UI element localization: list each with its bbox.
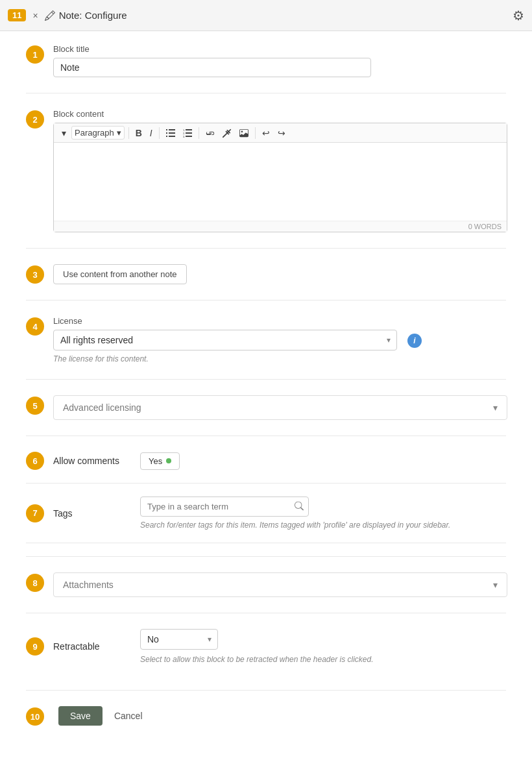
- allow-comments-label: Allow comments: [53, 456, 131, 466]
- bullet-list-button[interactable]: [163, 127, 178, 139]
- tags-search-container: Search for/enter tags for this item. Ite…: [140, 497, 450, 530]
- unlink-button[interactable]: [220, 127, 234, 139]
- license-select-wrapper: All rights reserved CC BY CC BY-SA CC BY…: [53, 330, 397, 350]
- image-button[interactable]: [237, 127, 251, 139]
- advanced-licensing-label: Advanced licensing: [63, 402, 141, 413]
- svg-text:3.: 3.: [183, 135, 185, 138]
- header-left: 11 × Note: Configure: [8, 9, 127, 21]
- section-block-content: 2 Block content ▾ Paragraph ▾ B I: [26, 109, 506, 232]
- section-5-content: Advanced licensing ▾: [53, 395, 507, 420]
- step-badge-5: 5: [26, 397, 44, 415]
- redo-button[interactable]: ↪: [275, 127, 288, 140]
- tags-search-input[interactable]: [140, 497, 309, 517]
- attachments-toggle[interactable]: Attachments ▾: [53, 572, 507, 597]
- divider-5: [26, 436, 506, 436]
- section-license: 4 License All rights reserved CC BY CC B…: [26, 316, 506, 363]
- tags-helper-text: Search for/enter tags for this item. Ite…: [140, 521, 450, 530]
- editor-body[interactable]: [54, 143, 507, 221]
- italic-button[interactable]: I: [147, 127, 155, 140]
- section-1-content: Block title: [53, 44, 506, 77]
- use-content-button[interactable]: Use content from another note: [53, 264, 187, 284]
- step-badge-4: 4: [26, 317, 44, 336]
- section-8-content: Attachments ▾: [53, 572, 507, 597]
- header: 11 × Note: Configure ⚙: [0, 0, 532, 31]
- svg-rect-9: [186, 132, 192, 134]
- toolbar-separator-4: [255, 127, 256, 139]
- editor-word-count: 0 WORDS: [54, 221, 507, 232]
- advanced-licensing-chevron-icon: ▾: [493, 402, 498, 413]
- block-title-input[interactable]: [53, 58, 371, 77]
- toolbar-separator-1: [128, 127, 129, 139]
- section-3-content: Use content from another note: [53, 264, 506, 284]
- retractable-select[interactable]: No Yes: [140, 629, 218, 650]
- section-attachments: 8 Attachments ▾: [26, 572, 506, 597]
- divider-8: [26, 690, 506, 691]
- tab-close-button[interactable]: ×: [31, 10, 39, 21]
- retractable-select-wrapper: No Yes ▾: [140, 629, 218, 650]
- paragraph-select[interactable]: Paragraph ▾: [71, 126, 125, 140]
- editor-wrapper: ▾ Paragraph ▾ B I 1.2.3.: [53, 123, 507, 232]
- svg-rect-0: [166, 129, 167, 130]
- block-content-label: Block content: [53, 109, 507, 119]
- section-use-content: 3 Use content from another note: [26, 264, 506, 284]
- step-badge-1: 1: [26, 45, 44, 64]
- section-allow-comments: 6 Allow comments Yes: [26, 452, 506, 484]
- header-right: ⚙: [513, 8, 524, 23]
- cancel-button[interactable]: Cancel: [108, 706, 149, 726]
- toolbar-chevron-button[interactable]: ▾: [59, 127, 69, 140]
- tab-badge: 11: [8, 9, 26, 21]
- tags-search-icon[interactable]: [295, 501, 304, 512]
- editor-toolbar: ▾ Paragraph ▾ B I 1.2.3.: [54, 123, 507, 143]
- allow-comments-value: Yes: [140, 452, 180, 470]
- section-block-title: 1 Block title: [26, 44, 506, 77]
- save-button[interactable]: Save: [58, 706, 103, 726]
- svg-rect-5: [169, 136, 175, 137]
- svg-rect-7: [186, 129, 192, 130]
- svg-rect-11: [186, 136, 192, 137]
- allow-comments-toggle[interactable]: Yes: [140, 452, 180, 470]
- bold-button[interactable]: B: [133, 127, 145, 140]
- ordered-list-button[interactable]: 1.2.3.: [180, 127, 195, 139]
- step-badge-9: 9: [26, 637, 44, 656]
- header-title: Note: Configure: [45, 10, 127, 21]
- link-button[interactable]: [203, 127, 217, 139]
- edit-icon: [45, 10, 55, 21]
- svg-rect-1: [169, 129, 175, 130]
- license-select[interactable]: All rights reserved CC BY CC BY-SA CC BY…: [53, 330, 397, 350]
- toolbar-separator-2: [159, 127, 160, 139]
- step-badge-6: 6: [26, 452, 44, 470]
- block-title-label: Block title: [53, 44, 506, 54]
- section-advanced-licensing: 5 Advanced licensing ▾: [26, 395, 506, 420]
- divider-3: [26, 300, 506, 301]
- toggle-yes-label: Yes: [149, 456, 162, 466]
- undo-button[interactable]: ↩: [260, 127, 272, 140]
- svg-rect-4: [166, 136, 167, 137]
- main-content: 1 Block title 2 Block content ▾ Paragrap…: [0, 31, 532, 752]
- toggle-dot: [166, 458, 171, 463]
- toolbar-separator-3: [199, 127, 199, 139]
- advanced-licensing-toggle[interactable]: Advanced licensing ▾: [53, 395, 507, 420]
- divider-4: [26, 379, 506, 380]
- section-tags: 7 Tags Search for/enter tags for this it…: [26, 497, 506, 543]
- license-helper-text: The license for this content.: [53, 354, 506, 363]
- divider-7: [26, 613, 506, 613]
- step-badge-2: 2: [26, 110, 44, 129]
- settings-icon[interactable]: ⚙: [513, 8, 524, 23]
- step-badge-8: 8: [26, 574, 44, 592]
- step-badge-10: 10: [26, 707, 44, 726]
- divider-2: [26, 248, 506, 249]
- page-title: Note: Configure: [59, 10, 127, 21]
- section-2-content: Block content ▾ Paragraph ▾ B I: [53, 109, 507, 232]
- attachments-label: Attachments: [63, 580, 114, 590]
- step-badge-7: 7: [26, 504, 44, 522]
- retractable-label: Retractable: [53, 641, 131, 652]
- paragraph-chevron-icon: ▾: [117, 128, 121, 138]
- retractable-helper-text: Select to allow this block to be retract…: [140, 655, 374, 664]
- license-info-icon[interactable]: i: [407, 334, 422, 348]
- retractable-select-container: No Yes ▾ Select to allow this block to b…: [140, 629, 374, 664]
- section-retractable: 9 Retractable No Yes ▾ Select to allow t…: [26, 629, 506, 677]
- tags-label: Tags: [53, 508, 131, 519]
- divider-6: [26, 556, 506, 557]
- license-row: All rights reserved CC BY CC BY-SA CC BY…: [53, 330, 506, 350]
- svg-rect-3: [169, 132, 175, 134]
